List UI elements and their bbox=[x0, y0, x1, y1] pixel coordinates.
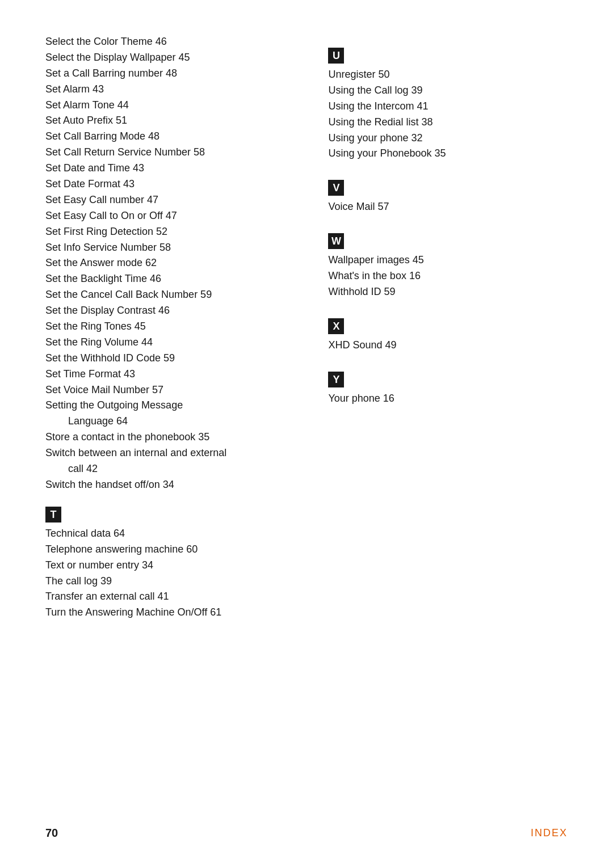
entry-xhd-sound: XHD Sound 49 bbox=[328, 338, 568, 353]
entry-outgoing-message-line1: Setting the Outgoing Message bbox=[45, 398, 294, 414]
entry-time-format: Set Time Format 43 bbox=[45, 366, 294, 382]
page-number: 70 bbox=[45, 827, 58, 840]
entry-answer-mode: Set the Answer mode 62 bbox=[45, 255, 294, 271]
entry-transfer-external: Transfer an external call 41 bbox=[45, 589, 294, 605]
entry-unregister: Unregister 50 bbox=[328, 67, 568, 83]
entry-voice-mail-number: Set Voice Mail Number 57 bbox=[45, 382, 294, 398]
entry-text-number-entry: Text or number entry 34 bbox=[45, 558, 294, 574]
entry-call-barring-mode: Set Call Barring Mode 48 bbox=[45, 129, 294, 145]
entry-technical-data: Technical data 64 bbox=[45, 526, 294, 542]
entry-ring-volume: Set the Ring Volume 44 bbox=[45, 335, 294, 351]
section-x-entries: XHD Sound 49 bbox=[328, 338, 568, 353]
index-label: INDEX bbox=[531, 827, 568, 839]
section-v-entries: Voice Mail 57 bbox=[328, 199, 568, 215]
entry-telephone-answering: Telephone answering machine 60 bbox=[45, 542, 294, 558]
entry-using-redial-list: Using the Redial list 38 bbox=[328, 115, 568, 130]
footer: 70 INDEX bbox=[0, 827, 613, 840]
entry-switch-line2: call 42 bbox=[45, 461, 294, 477]
section-v-header: V bbox=[328, 166, 568, 199]
entry-using-intercom: Using the Intercom 41 bbox=[328, 99, 568, 115]
entry-easy-call-on-off: Set Easy Call to On or Off 47 bbox=[45, 208, 294, 224]
entry-your-phone: Your phone 16 bbox=[328, 391, 568, 407]
section-u-letter: U bbox=[328, 48, 344, 64]
entry-alarm-tone: Set Alarm Tone 44 bbox=[45, 98, 294, 113]
entry-auto-prefix: Set Auto Prefix 51 bbox=[45, 113, 294, 129]
entry-date-time: Set Date and Time 43 bbox=[45, 161, 294, 176]
entry-wallpaper-images: Wallpaper images 45 bbox=[328, 252, 568, 268]
entry-info-service-number: Set Info Service Number 58 bbox=[45, 240, 294, 256]
section-t-letter: T bbox=[45, 507, 61, 523]
entry-backlight-time: Set the Backlight Time 46 bbox=[45, 271, 294, 287]
section-u-group: U Unregister 50 Using the Call log 39 Us… bbox=[328, 34, 568, 162]
entry-store-contact: Store a contact in the phonebook 35 bbox=[45, 429, 294, 445]
entry-call-barring-number: Set a Call Barring number 48 bbox=[45, 66, 294, 82]
section-w-group: W Wallpaper images 45 What's in the box … bbox=[328, 220, 568, 300]
section-y-header: Y bbox=[328, 358, 568, 391]
entry-using-your-phone: Using your phone 32 bbox=[328, 130, 568, 146]
entry-easy-call-number: Set Easy Call number 47 bbox=[45, 192, 294, 208]
entry-withhold-id: Withhold ID 59 bbox=[328, 284, 568, 300]
entry-call-return-service: Set Call Return Service Number 58 bbox=[45, 145, 294, 161]
entry-turn-answering-machine: Turn the Answering Machine On/Off 61 bbox=[45, 605, 294, 621]
entry-whats-in-box: What's in the box 16 bbox=[328, 268, 568, 284]
section-y-letter: Y bbox=[328, 372, 344, 387]
section-u-entries: Unregister 50 Using the Call log 39 Usin… bbox=[328, 67, 568, 162]
section-v-letter: V bbox=[328, 180, 344, 196]
entry-set-alarm: Set Alarm 43 bbox=[45, 82, 294, 98]
entry-date-format: Set Date Format 43 bbox=[45, 176, 294, 192]
entry-using-phonebook: Using your Phonebook 35 bbox=[328, 146, 568, 162]
section-t-group: T Technical data 64 Telephone answering … bbox=[45, 493, 294, 621]
entry-cancel-call-back: Set the Cancel Call Back Number 59 bbox=[45, 287, 294, 303]
entry-first-ring-detection: Set First Ring Detection 52 bbox=[45, 224, 294, 240]
entry-color-theme: Select the Color Theme 46 bbox=[45, 34, 294, 50]
entry-display-wallpaper: Select the Display Wallpaper 45 bbox=[45, 50, 294, 66]
entry-display-contrast: Set the Display Contrast 46 bbox=[45, 303, 294, 319]
entry-call-log: The call log 39 bbox=[45, 574, 294, 589]
section-w-entries: Wallpaper images 45 What's in the box 16… bbox=[328, 252, 568, 300]
entry-voice-mail: Voice Mail 57 bbox=[328, 199, 568, 215]
right-column: U Unregister 50 Using the Call log 39 Us… bbox=[317, 34, 568, 625]
left-column: Select the Color Theme 46 Select the Dis… bbox=[45, 34, 317, 625]
index-entries-s: Select the Color Theme 46 Select the Dis… bbox=[45, 34, 294, 493]
section-u-header: U bbox=[328, 34, 568, 67]
section-x-header: X bbox=[328, 305, 568, 338]
section-y-group: Y Your phone 16 bbox=[328, 358, 568, 407]
entry-using-call-log: Using the Call log 39 bbox=[328, 83, 568, 99]
entry-outgoing-message-line2: Language 64 bbox=[45, 414, 294, 429]
entry-switch-handset: Switch the handset off/on 34 bbox=[45, 477, 294, 493]
section-y-entries: Your phone 16 bbox=[328, 391, 568, 407]
section-w-letter: W bbox=[328, 233, 344, 249]
section-x-letter: X bbox=[328, 318, 344, 334]
entry-ring-tones: Set the Ring Tones 45 bbox=[45, 319, 294, 335]
section-w-header: W bbox=[328, 220, 568, 252]
entry-withhold-id-code: Set the Withhold ID Code 59 bbox=[45, 351, 294, 366]
section-t-entries: Technical data 64 Telephone answering ma… bbox=[45, 526, 294, 621]
section-x-group: X XHD Sound 49 bbox=[328, 305, 568, 353]
section-v-group: V Voice Mail 57 bbox=[328, 166, 568, 215]
entry-switch-line1: Switch between an internal and external bbox=[45, 445, 294, 461]
section-t-header: T bbox=[45, 493, 294, 526]
